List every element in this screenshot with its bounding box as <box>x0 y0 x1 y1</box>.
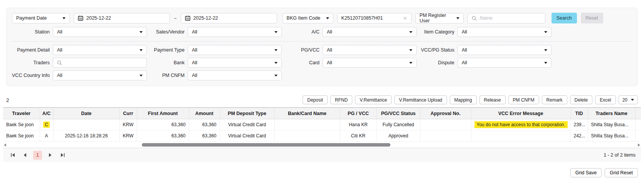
date-to-input[interactable]: 2025-12-22 <box>181 13 277 23</box>
filter-field-card: Card All <box>282 58 417 68</box>
col-date[interactable]: Date <box>53 108 119 119</box>
result-count: 2 <box>6 97 9 104</box>
filter-bank-select[interactable]: All <box>188 58 282 68</box>
cell-pm-deposit-type: Virtual Credit Card <box>220 119 274 130</box>
filter-field-pg-vcc: PG/VCC All <box>282 45 417 55</box>
pm-register-user-select[interactable]: PM Register User <box>415 13 464 23</box>
field-label: VCC/PG Status <box>421 47 454 53</box>
calendar-icon <box>185 15 190 21</box>
name-search-input[interactable]: Name <box>467 13 545 23</box>
filter-rows-detail: Payment Detail All Payment Type All PG/V… <box>12 45 632 80</box>
search-date-type-select[interactable]: Payment Date <box>12 13 70 23</box>
col-ac[interactable]: A/C <box>40 108 53 119</box>
release-button[interactable]: Release <box>479 95 506 104</box>
filter-payment-detail-select[interactable]: All <box>53 45 147 55</box>
col-pg-vcc[interactable]: PG / VCC <box>340 108 377 119</box>
cell-pm-deposit-type: Virtual Credit Card <box>220 130 274 142</box>
col-first-amount[interactable]: First Amount <box>137 108 189 119</box>
results-table: Traveler A/C Date Curr First Amount Amou… <box>3 107 641 142</box>
col-pg-vcc-status[interactable]: PG/VCC Status <box>377 108 420 119</box>
current-page-button[interactable]: 1 <box>33 151 42 160</box>
col-bank-card-name[interactable]: Bank/Card Name <box>274 108 340 119</box>
search-button[interactable]: Search <box>552 13 577 23</box>
cell-traders-name: Shilla Stay Busa... <box>588 119 635 130</box>
chevron-down-icon <box>409 49 412 51</box>
v-remittance-button[interactable]: V.Remittance <box>355 95 392 104</box>
data-grid: Traveler A/C Date Curr First Amount Amou… <box>3 107 641 162</box>
table-header-row: Traveler A/C Date Curr First Amount Amou… <box>3 108 641 119</box>
filter-traders-input[interactable] <box>53 58 147 68</box>
select-value: All <box>327 47 332 53</box>
chevron-down-icon <box>140 49 143 51</box>
filter-station-select[interactable]: All <box>53 27 147 37</box>
col-curr[interactable]: Curr <box>119 108 137 119</box>
grid-save-button[interactable]: Grid Save <box>570 168 602 177</box>
first-page-icon <box>11 153 15 157</box>
chevron-down-icon <box>274 62 277 64</box>
filter-pg-vcc-select[interactable]: All <box>323 45 417 55</box>
col-traveler[interactable]: Traveler <box>3 108 40 119</box>
cell-approval-no <box>420 130 471 142</box>
deposit-button[interactable]: Deposit <box>303 95 328 104</box>
field-label: Item Category <box>424 29 454 35</box>
filter-field-sales-vendor: Sales/Vendor All <box>147 27 282 37</box>
col-tid[interactable]: TID <box>570 108 588 119</box>
select-value: All <box>462 47 467 53</box>
prev-page-button[interactable] <box>21 151 29 159</box>
chevron-down-icon <box>326 17 329 19</box>
col-vcc-error-message[interactable]: VCC Error Message <box>471 108 570 119</box>
field-label: Card <box>309 60 319 65</box>
field-label: Station <box>35 29 50 35</box>
filter-vcc-country-info-select[interactable]: All <box>53 70 147 80</box>
cell-date: 2025-12-16 18:28:26 <box>53 130 119 142</box>
first-page-button[interactable] <box>8 151 17 159</box>
rfnd-button[interactable]: RFND <box>330 95 352 104</box>
page-size-select[interactable]: 20 <box>619 95 638 104</box>
next-page-button[interactable] <box>46 151 54 159</box>
cell-vcc-error-message: You do not have access to that corporati… <box>471 119 570 130</box>
col-amount[interactable]: Amount <box>189 108 220 119</box>
cell-pg-vcc: Citi KR <box>340 130 377 142</box>
clear-x-icon[interactable]: ✕ <box>403 15 407 21</box>
cell-traveler: Baek Se joon <box>3 130 40 142</box>
pager-bar: 1 1 - 2 of 2 items <box>3 148 641 162</box>
filter-ac-select[interactable]: All <box>323 27 417 37</box>
filter-field-payment-detail: Payment Detail All <box>12 45 147 55</box>
cell-pg-vcc-status: Approved <box>377 130 420 142</box>
filter-card-select[interactable]: All <box>323 58 417 68</box>
filter-vcc-pg-status-select[interactable]: All <box>457 45 552 55</box>
col-approval-no[interactable]: Approval No. <box>420 108 471 119</box>
select-value: All <box>327 60 332 65</box>
last-page-button[interactable] <box>58 151 67 159</box>
filter-dispute-select[interactable]: All <box>457 58 552 68</box>
scroll-left-icon[interactable] <box>4 144 6 147</box>
remark-button[interactable]: Remark <box>542 95 567 104</box>
filter-pm-cnfm-select[interactable]: All <box>188 70 282 80</box>
scrollbar-thumb[interactable] <box>142 143 390 147</box>
filter-payment-type-select[interactable]: All <box>188 45 282 55</box>
col-traders-name[interactable]: Traders Name <box>588 108 635 119</box>
table-row[interactable]: Baek Se joon A 2025-12-16 18:28:26 KRW 6… <box>3 130 641 142</box>
page-size-value: 20 <box>622 97 627 103</box>
filter-item-category-select[interactable]: All <box>457 27 552 37</box>
bkg-item-code-input[interactable]: K25120710857H01 ✕ <box>337 13 412 23</box>
col-pm-deposit-type[interactable]: PM Deposit Type <box>220 108 274 119</box>
bkg-item-code-select[interactable]: BKG Item Code <box>282 13 333 23</box>
field-label: Traders <box>33 60 50 65</box>
horizontal-scrollbar[interactable] <box>3 142 641 148</box>
delete-button[interactable]: Delete <box>570 95 593 104</box>
cell-amount: 63,360 <box>189 119 220 130</box>
action-buttons: Deposit RFND V.Remittance V.Remittance U… <box>303 95 638 104</box>
chevron-down-icon <box>62 17 66 19</box>
pm-cnfm-button[interactable]: PM CNFM <box>508 95 539 104</box>
grid-reset-button[interactable]: Grid Reset <box>605 168 638 177</box>
cell-date <box>53 119 119 130</box>
filter-sales-vendor-select[interactable]: All <box>188 27 282 37</box>
excel-button[interactable]: Excel <box>595 95 615 104</box>
table-row[interactable]: Baek Se joon C KRW 63,360 63,360 Virtual… <box>3 119 641 130</box>
mapping-button[interactable]: Mapping <box>450 95 477 104</box>
scroll-right-icon[interactable] <box>638 144 640 147</box>
date-from-input[interactable]: 2025-12-22 <box>74 13 170 23</box>
v-remittance-upload-button[interactable]: V.Remittance Upload <box>394 95 447 104</box>
reset-button[interactable]: Reset <box>581 13 603 23</box>
